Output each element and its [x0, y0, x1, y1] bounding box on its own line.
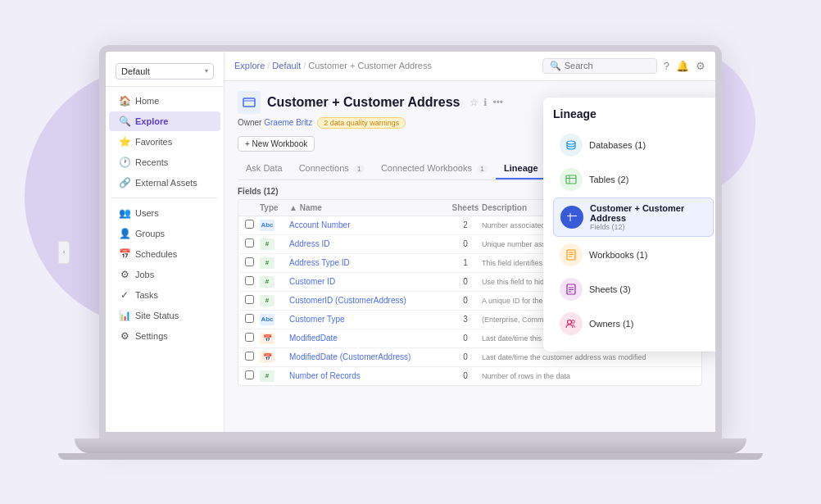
svg-point-17 — [568, 320, 572, 324]
row-sheets-1: 2 — [449, 220, 482, 229]
row-name-7[interactable]: ModifiedDate — [289, 334, 449, 343]
lineage-current-name: Customer + Customer Address — [590, 203, 706, 223]
jobs-icon: ⚙ — [119, 269, 130, 280]
tab-lineage[interactable]: Lineage — [496, 158, 547, 179]
breadcrumb-default[interactable]: Default — [272, 61, 301, 70]
lineage-item-tables[interactable]: Tables (2) — [553, 163, 714, 196]
sitestatus-icon: 📊 — [119, 310, 130, 321]
breadcrumb-current: Customer + Customer Address — [308, 61, 432, 70]
row-check-5[interactable] — [245, 295, 260, 306]
row-name-9[interactable]: Number of Records — [289, 371, 449, 380]
sidebar-item-external[interactable]: 🔗 External Assets — [109, 173, 220, 193]
row-check-2[interactable] — [245, 238, 260, 249]
sidebar-item-groups[interactable]: 👤 Groups — [109, 224, 220, 243]
row-check-6[interactable] — [245, 314, 260, 325]
home-icon: 🏠 — [119, 95, 130, 107]
bell-icon[interactable]: 🔔 — [676, 60, 689, 72]
row-sheets-3: 1 — [449, 258, 482, 267]
row-name-1[interactable]: Account Number — [289, 220, 449, 229]
breadcrumb-explore[interactable]: Explore — [234, 61, 265, 70]
quality-badge[interactable]: 2 data quality warnings — [317, 117, 406, 129]
lineage-item-owners[interactable]: Owners (1) — [553, 307, 714, 340]
settings-gear-icon[interactable]: ⚙ — [696, 60, 705, 72]
row-type-8: 📅 — [260, 352, 289, 363]
databases-icon — [560, 134, 583, 157]
sidebar-item-favorites[interactable]: ⭐ Favorites — [109, 132, 220, 152]
svg-rect-6 — [567, 213, 577, 221]
row-check-3[interactable] — [245, 257, 260, 268]
sidebar-item-jobs[interactable]: ⚙ Jobs — [109, 265, 220, 284]
explore-icon: 🔍 — [119, 116, 130, 127]
sidebar-item-sitestatus[interactable]: 📊 Site Status — [109, 306, 220, 325]
search-box: 🔍 — [542, 58, 657, 74]
lineage-item-workbooks[interactable]: Workbooks (1) — [553, 238, 714, 271]
sidebar-item-tasks-label: Tasks — [135, 290, 158, 300]
sidebar-item-sitestatus-label: Site Status — [135, 311, 179, 320]
table-row: # Number of Records 0 Number of rows in … — [238, 367, 701, 385]
row-check-4[interactable] — [245, 276, 260, 287]
laptop-screen: Default ▾ 🏠 Home 🔍 Explore ⭐ F — [99, 45, 722, 438]
recents-icon: 🕐 — [119, 157, 130, 168]
favorites-icon: ⭐ — [119, 136, 130, 148]
star-icon[interactable]: ☆ — [469, 97, 479, 108]
workbooks-icon — [560, 243, 583, 266]
current-item-icon — [560, 206, 583, 229]
row-check-1[interactable] — [245, 220, 260, 230]
svg-rect-0 — [243, 98, 255, 107]
content-area: Customer + Customer Address ☆ ℹ ••• Owne… — [225, 81, 715, 432]
sidebar-item-settings[interactable]: ⚙ Settings — [109, 326, 220, 346]
tab-askdata[interactable]: Ask Data — [238, 158, 291, 179]
new-workbook-button[interactable]: + New Workbook — [238, 136, 315, 152]
workspace-name: Default — [121, 66, 150, 76]
lineage-tables-label: Tables (2) — [589, 175, 707, 184]
row-name-3[interactable]: Address Type ID — [289, 258, 449, 267]
lineage-item-owners-text: Owners (1) — [589, 319, 707, 329]
row-type-6: Abc — [260, 314, 289, 325]
col-name-header[interactable]: ▲ Name — [289, 203, 449, 212]
row-name-8[interactable]: ModifiedDate (CustomerAddress) — [289, 352, 449, 361]
lineage-panel-title: Lineage — [553, 107, 714, 120]
row-check-7[interactable] — [245, 333, 260, 343]
lineage-item-databases[interactable]: Databases (1) — [553, 129, 714, 161]
more-icon[interactable]: ••• — [492, 97, 503, 108]
lineage-owners-label: Owners (1) — [589, 319, 707, 329]
users-icon: 👥 — [119, 207, 130, 219]
tab-connections[interactable]: Connections 1 — [291, 158, 373, 179]
svg-rect-3 — [566, 175, 576, 184]
tasks-icon: ✓ — [119, 289, 130, 301]
sidebar-item-schedules-label: Schedules — [135, 249, 177, 259]
sidebar-item-home[interactable]: 🏠 Home — [109, 91, 220, 111]
row-name-2[interactable]: Address ID — [289, 239, 449, 248]
owner-label: Owner Graeme Britz — [238, 118, 312, 127]
row-type-3: # — [260, 257, 289, 269]
row-name-6[interactable]: Customer Type — [289, 315, 449, 324]
sidebar-item-favorites-label: Favorites — [135, 137, 172, 147]
row-check-8[interactable] — [245, 352, 260, 362]
row-sheets-9: 0 — [449, 371, 482, 380]
sidebar-item-schedules[interactable]: 📅 Schedules — [109, 244, 220, 264]
sidebar-item-explore[interactable]: 🔍 Explore — [109, 111, 220, 131]
owners-icon — [560, 312, 583, 335]
owner-name: Graeme Britz — [264, 118, 312, 127]
sidebar-item-tasks[interactable]: ✓ Tasks — [109, 285, 220, 305]
sidebar-item-users[interactable]: 👥 Users — [109, 203, 220, 223]
row-type-9: # — [260, 370, 289, 382]
svg-point-18 — [572, 320, 575, 323]
lineage-item-sheets-text: Sheets (3) — [589, 284, 707, 294]
search-input[interactable] — [565, 61, 650, 70]
row-check-9[interactable] — [245, 370, 260, 381]
laptop-foot — [58, 453, 763, 460]
help-icon[interactable]: ? — [664, 60, 669, 72]
header-actions: ☆ ℹ ••• — [469, 97, 503, 108]
lineage-item-databases-text: Databases (1) — [589, 140, 707, 150]
breadcrumb: Explore / Default / Customer + Customer … — [234, 61, 536, 70]
row-name-4[interactable]: Customer ID — [289, 277, 449, 286]
tab-connworkbooks[interactable]: Connected Workbooks 1 — [373, 158, 496, 179]
sidebar-item-recents[interactable]: 🕐 Recents — [109, 152, 220, 172]
lineage-item-current[interactable]: Customer + Customer Address Fields (12) — [553, 198, 714, 237]
row-name-5[interactable]: CustomerID (CustomerAddress) — [289, 296, 449, 305]
info-icon[interactable]: ℹ — [483, 97, 488, 108]
lineage-item-sheets[interactable]: Sheets (3) — [553, 273, 714, 306]
workspace-dropdown[interactable]: Default ▾ — [116, 63, 214, 79]
page-title: Customer + Customer Address — [267, 95, 460, 110]
